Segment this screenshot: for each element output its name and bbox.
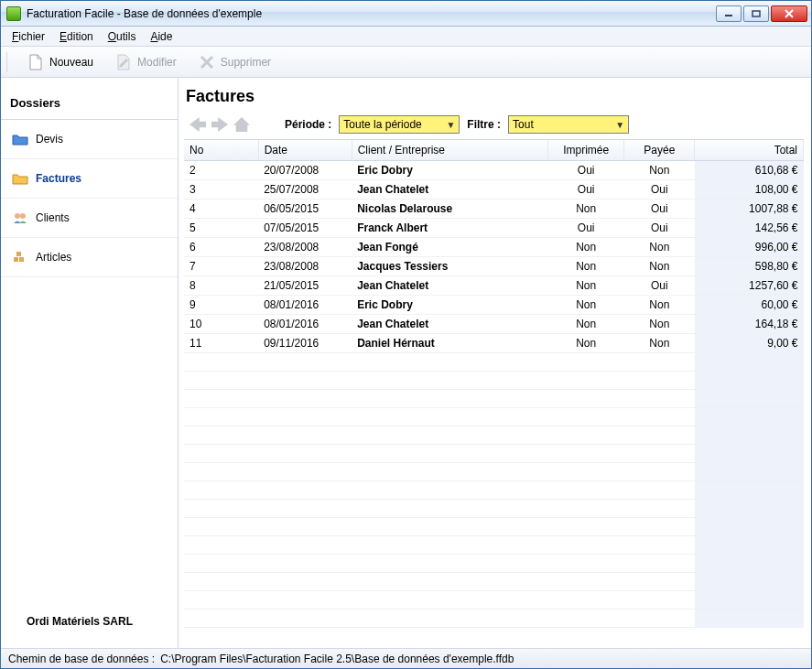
edit-document-icon xyxy=(115,54,132,70)
table-row[interactable]: 220/07/2008Eric DobryOuiNon610,68 € xyxy=(184,161,804,180)
table-row-empty xyxy=(184,445,804,463)
nav-home-icon[interactable] xyxy=(233,117,250,132)
clients-icon xyxy=(12,211,28,224)
cell-total: 9,00 € xyxy=(695,334,804,353)
cell-client: Jean Fongé xyxy=(352,238,547,257)
col-total[interactable]: Total xyxy=(695,140,804,161)
page-title: Factures xyxy=(186,87,804,106)
menu-outils[interactable]: Outils xyxy=(103,28,142,45)
cell-imprimee: Oui xyxy=(548,161,624,180)
svg-rect-8 xyxy=(14,257,18,262)
cell-no: 9 xyxy=(184,296,258,315)
toolbar-label: Nouveau xyxy=(49,56,93,69)
table-row[interactable]: 406/05/2015Nicolas DelarouseNonOui1007,8… xyxy=(184,200,804,219)
cell-total: 1007,88 € xyxy=(695,200,804,219)
cell-date: 09/11/2016 xyxy=(258,334,352,353)
cell-date: 06/05/2015 xyxy=(258,200,352,219)
folder-blue-icon xyxy=(12,133,28,146)
table-row[interactable]: 325/07/2008Jean ChateletOuiOui108,00 € xyxy=(184,180,804,200)
table-row-empty xyxy=(184,372,804,390)
menu-aide[interactable]: Aide xyxy=(145,28,178,45)
cell-client: Jean Chatelet xyxy=(352,315,547,334)
col-payee[interactable]: Payée xyxy=(624,140,695,161)
cell-no: 2 xyxy=(184,161,258,180)
periode-combo[interactable]: Toute la période ▼ xyxy=(339,115,460,134)
table-row-empty xyxy=(184,353,804,372)
content-pane: Factures Période : Toute la période ▼ Fi… xyxy=(179,78,811,648)
table-row[interactable]: 623/08/2008Jean FongéNonNon996,00 € xyxy=(184,238,804,257)
folder-yellow-icon xyxy=(12,172,28,185)
col-client[interactable]: Client / Entreprise xyxy=(352,140,547,161)
chevron-down-icon: ▼ xyxy=(446,120,455,130)
toolbar-label: Supprimer xyxy=(221,56,271,69)
sidebar-item-label: Factures xyxy=(36,172,81,185)
invoice-table-wrap: No Date Client / Entreprise Imprimée Pay… xyxy=(184,139,804,648)
table-row[interactable]: 908/01/2016Eric DobryNonNon60,00 € xyxy=(184,296,804,315)
invoice-table: No Date Client / Entreprise Imprimée Pay… xyxy=(184,140,804,628)
table-row[interactable]: 723/08/2008Jacques TessiersNonNon598,80 … xyxy=(184,257,804,276)
table-row-empty xyxy=(184,481,804,500)
cell-date: 23/08/2008 xyxy=(258,257,352,276)
window-title: Facturation Facile - Base de données d'e… xyxy=(27,7,716,20)
nav-forward-icon[interactable] xyxy=(211,117,228,132)
cell-payee: Oui xyxy=(624,200,695,219)
maximize-button[interactable] xyxy=(743,5,769,22)
articles-icon xyxy=(12,251,28,264)
title-bar: Facturation Facile - Base de données d'e… xyxy=(1,1,811,27)
table-row-empty xyxy=(184,408,804,426)
cell-client: Jean Chatelet xyxy=(352,180,547,200)
sidebar-item-articles[interactable]: Articles xyxy=(1,238,178,277)
table-row-empty xyxy=(184,518,804,536)
menu-edition[interactable]: Edition xyxy=(54,28,99,45)
table-row[interactable]: 1109/11/2016Daniel HérnautNonNon9,00 € xyxy=(184,334,804,353)
table-row-empty xyxy=(184,610,804,628)
cell-payee: Oui xyxy=(624,276,695,296)
cell-payee: Non xyxy=(624,238,695,257)
sidebar-item-devis[interactable]: Devis xyxy=(1,120,178,159)
cell-date: 08/01/2016 xyxy=(258,315,352,334)
nav-back-icon[interactable] xyxy=(189,117,206,132)
filters-row: Période : Toute la période ▼ Filtre : To… xyxy=(184,113,804,139)
col-date[interactable]: Date xyxy=(258,140,352,161)
delete-icon xyxy=(199,54,215,70)
cell-total: 610,68 € xyxy=(695,161,804,180)
cell-imprimee: Non xyxy=(548,334,624,353)
cell-date: 23/08/2008 xyxy=(258,238,352,257)
cell-no: 7 xyxy=(184,257,258,276)
close-button[interactable] xyxy=(771,5,807,22)
sidebar: Dossiers Devis Factures Clients Articles xyxy=(1,78,179,648)
table-row[interactable]: 1008/01/2016Jean ChateletNonNon164,18 € xyxy=(184,315,804,334)
table-row[interactable]: 821/05/2015Jean ChateletNonOui1257,60 € xyxy=(184,276,804,296)
periode-value: Toute la période xyxy=(343,118,421,131)
statusbar-label: Chemin de base de données : xyxy=(8,653,155,665)
svg-point-7 xyxy=(20,213,26,219)
col-imprimee[interactable]: Imprimée xyxy=(548,140,624,161)
menu-label: dition xyxy=(67,30,93,43)
table-row[interactable]: 507/05/2015Franck AlbertOuiOui142,56 € xyxy=(184,219,804,238)
filtre-combo[interactable]: Tout ▼ xyxy=(508,115,629,134)
menu-bar: Fichier Edition Outils Aide xyxy=(1,27,811,47)
table-row-empty xyxy=(184,573,804,591)
col-no[interactable]: No xyxy=(184,140,258,161)
cell-client: Jean Chatelet xyxy=(352,276,547,296)
sidebar-item-factures[interactable]: Factures xyxy=(1,159,178,199)
sidebar-item-label: Articles xyxy=(36,251,71,264)
minimize-button[interactable] xyxy=(716,5,742,22)
svg-rect-9 xyxy=(19,257,24,262)
nav-icons xyxy=(189,117,250,132)
cell-total: 1257,60 € xyxy=(695,276,804,296)
nouveau-button[interactable]: Nouveau xyxy=(22,51,99,73)
cell-imprimee: Non xyxy=(548,200,624,219)
menu-fichier[interactable]: Fichier xyxy=(6,28,50,45)
cell-imprimee: Non xyxy=(548,257,624,276)
sidebar-footer: Ordi Matériels SARL xyxy=(1,602,178,648)
filtre-value: Tout xyxy=(513,118,534,131)
cell-payee: Non xyxy=(624,161,695,180)
sidebar-item-clients[interactable]: Clients xyxy=(1,199,178,238)
table-row-empty xyxy=(184,555,804,573)
cell-client: Eric Dobry xyxy=(352,161,547,180)
cell-total: 142,56 € xyxy=(695,219,804,238)
cell-payee: Non xyxy=(624,296,695,315)
cell-imprimee: Oui xyxy=(548,180,624,200)
status-bar: Chemin de base de données : C:\Program F… xyxy=(1,648,811,668)
